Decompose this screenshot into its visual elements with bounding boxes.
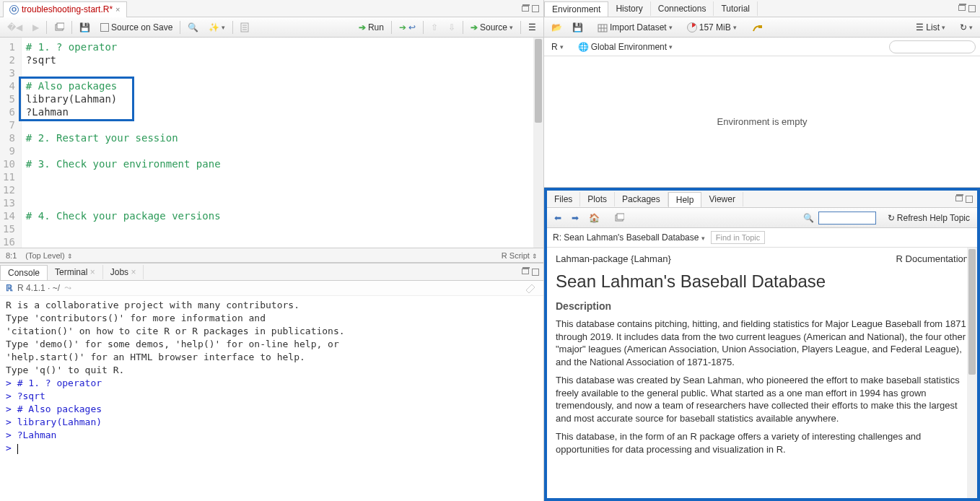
maximize-env-icon[interactable]: [968, 5, 976, 12]
back-icon[interactable]: �◀: [4, 22, 25, 33]
code-line[interactable]: [26, 66, 539, 79]
global-env-selector[interactable]: 🌐 Global Environment ▾: [575, 41, 675, 53]
tab-environment[interactable]: Environment: [544, 1, 608, 17]
save-workspace-icon[interactable]: 💾: [569, 22, 586, 33]
tab-history[interactable]: History: [608, 1, 650, 16]
code-line[interactable]: library(Lahman): [26, 92, 539, 105]
console-line: 'citation()' on how to cite R or R packa…: [6, 325, 538, 338]
maximize-help-icon[interactable]: [966, 196, 973, 203]
close-tab-icon[interactable]: ×: [115, 5, 120, 14]
rerun-icon[interactable]: ➔↩: [396, 22, 419, 33]
memory-usage[interactable]: 157 MiB ▾: [684, 22, 740, 33]
minimize-console-icon[interactable]: [522, 269, 529, 274]
editor-status-bar: 8:1 (Top Level) ⇕ R Script ⇕: [0, 248, 543, 262]
console-output[interactable]: R is a collaborative project with many c…: [0, 296, 543, 501]
help-content[interactable]: Lahman-package {Lahman} R Documentation …: [547, 248, 977, 498]
tab-help[interactable]: Help: [668, 192, 702, 207]
view-mode-selector[interactable]: ☰ List ▾: [913, 22, 948, 33]
cursor-position: 8:1: [6, 251, 17, 260]
search-help-icon: 🔍: [803, 213, 814, 223]
code-line[interactable]: [26, 170, 539, 183]
console-line: 'help.start()' for an HTML browser inter…: [6, 351, 538, 364]
editor-scrollbar[interactable]: [533, 38, 543, 248]
minimize-pane-icon[interactable]: [522, 6, 529, 12]
console-cursor-line[interactable]: >: [6, 442, 538, 455]
help-back-icon[interactable]: ⬅: [551, 212, 564, 224]
code-line[interactable]: [26, 183, 539, 196]
code-line[interactable]: ?sqrt: [26, 53, 539, 66]
minimize-env-icon[interactable]: [958, 5, 966, 11]
tab-plots[interactable]: Plots: [580, 192, 615, 206]
source-on-save-checkbox[interactable]: Source on Save: [97, 22, 175, 33]
help-doc-label: R Documentation: [896, 253, 968, 264]
tab-tutorial[interactable]: Tutorial: [714, 1, 758, 16]
notebook-icon[interactable]: [237, 22, 252, 33]
editor-tab[interactable]: O troubleshooting-start.R* ×: [3, 1, 127, 17]
code-line[interactable]: [26, 222, 539, 235]
maximize-console-icon[interactable]: [532, 269, 539, 276]
refresh-env-icon[interactable]: ↻▾: [957, 22, 976, 33]
code-line[interactable]: [26, 118, 539, 131]
line-gutter: 12345678910111213141516: [0, 38, 22, 248]
help-home-icon[interactable]: 🏠: [586, 212, 603, 224]
console-line: Type 'q()' to quit R.: [6, 364, 538, 377]
console-tab-bar: Console Terminal × Jobs ×: [0, 263, 543, 281]
code-line[interactable]: # 4. Check your package versions: [26, 209, 539, 222]
find-icon[interactable]: 🔍: [185, 22, 201, 33]
tab-connections[interactable]: Connections: [651, 1, 714, 16]
r-logo-icon: ℝ: [6, 283, 13, 293]
tab-packages[interactable]: Packages: [615, 192, 668, 206]
code-line[interactable]: # 3. Check your environment pane: [26, 157, 539, 170]
help-scrollbar[interactable]: [967, 248, 977, 498]
tab-jobs[interactable]: Jobs ×: [103, 265, 144, 279]
code-editor[interactable]: 12345678910111213141516 # 1. ? operator?…: [0, 38, 543, 248]
editor-tab-title: troubleshooting-start.R*: [22, 4, 113, 14]
code-line[interactable]: [26, 235, 539, 248]
env-scope-bar: R ▾ 🌐 Global Environment ▾ 🔍: [544, 38, 980, 56]
help-popout-icon[interactable]: [611, 212, 627, 224]
wand-icon[interactable]: ✨▾: [206, 22, 228, 33]
find-in-topic-input[interactable]: Find in Topic: [711, 231, 766, 244]
outline-icon[interactable]: ☰: [525, 22, 539, 33]
minimize-help-icon[interactable]: [955, 196, 963, 201]
source-button[interactable]: ➔ Source ▾: [468, 22, 516, 33]
env-search-input[interactable]: [889, 40, 976, 53]
r-file-icon: O: [9, 5, 19, 14]
go-up-icon[interactable]: ⇧: [428, 22, 441, 33]
help-topic-selector[interactable]: R: Sean Lahman's Baseball Database ▾: [553, 232, 705, 243]
console-line: R is a collaborative project with many c…: [6, 299, 538, 312]
code-line[interactable]: ?Lahman: [26, 105, 539, 118]
help-search-input[interactable]: [818, 212, 876, 225]
session-arrow-icon[interactable]: ⤳: [64, 283, 71, 293]
save-icon[interactable]: 💾: [76, 22, 93, 33]
refresh-help-button[interactable]: ↻ Refresh Help Topic: [885, 212, 973, 224]
clear-console-icon[interactable]: [525, 283, 538, 293]
clear-env-icon[interactable]: [748, 22, 766, 33]
run-button[interactable]: ➔ Run: [356, 22, 387, 33]
console-prompt-line: > ?sqrt: [6, 390, 538, 403]
console-prompt-line: > library(Lahman): [6, 416, 538, 429]
scope-selector[interactable]: (Top Level) ⇕: [25, 251, 72, 260]
code-line[interactable]: # Also packages: [26, 79, 539, 92]
memory-gauge-icon: [687, 22, 697, 32]
r-scope-selector[interactable]: R ▾: [548, 41, 566, 53]
import-dataset-button[interactable]: Import Dataset ▾: [595, 22, 675, 33]
show-in-new-window-icon[interactable]: [51, 22, 67, 33]
load-workspace-icon[interactable]: 📂: [548, 22, 565, 33]
language-selector[interactable]: R Script ⇕: [502, 251, 538, 260]
code-line[interactable]: [26, 144, 539, 157]
maximize-pane-icon[interactable]: [532, 5, 539, 12]
help-forward-icon[interactable]: ➡: [569, 212, 582, 224]
help-package-label: Lahman-package {Lahman}: [556, 253, 671, 264]
code-line[interactable]: # 1. ? operator: [26, 40, 539, 53]
console-prompt-line: > # 1. ? operator: [6, 377, 538, 390]
code-line[interactable]: # 2. Restart your session: [26, 131, 539, 144]
go-down-icon[interactable]: ⇩: [445, 22, 458, 33]
tab-terminal[interactable]: Terminal ×: [48, 265, 103, 279]
tab-files[interactable]: Files: [547, 192, 580, 206]
tab-console[interactable]: Console: [0, 265, 48, 280]
tab-viewer[interactable]: Viewer: [701, 192, 743, 206]
code-line[interactable]: [26, 196, 539, 209]
forward-icon[interactable]: ▶: [30, 22, 42, 33]
console-pane: Console Terminal × Jobs × ℝ R 4.1.1 · ~/…: [0, 263, 543, 501]
